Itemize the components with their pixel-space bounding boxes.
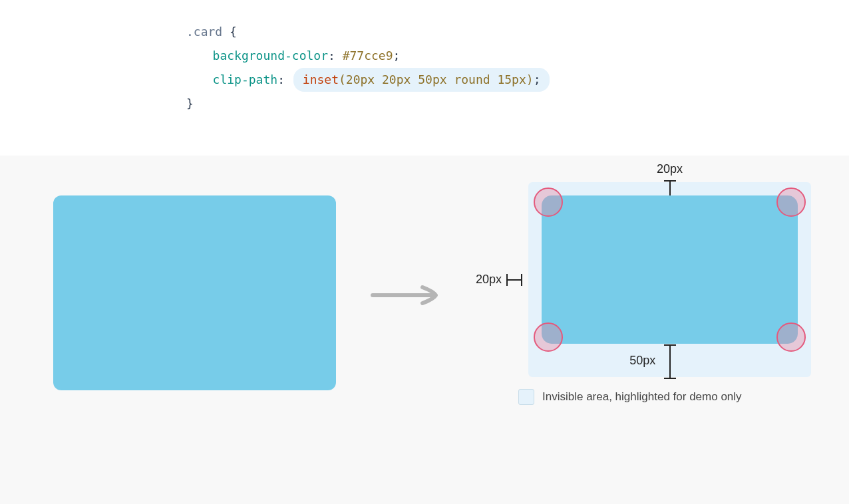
code-line-bg: background-color: #77cce9; bbox=[186, 44, 849, 68]
css-function-args: (20px 20px 50px round 15px) bbox=[339, 72, 534, 86]
inset-top-label: 20px bbox=[528, 162, 811, 176]
inset-bottom-label: 50px bbox=[528, 354, 655, 368]
legend-text: Invisible area, highlighted for demo onl… bbox=[542, 390, 742, 404]
demo-area: 20px 20px 50px bbox=[0, 156, 849, 504]
annotated-result: 20px 20px 50px bbox=[476, 182, 811, 405]
brace-open: { bbox=[222, 25, 237, 39]
css-property: clip-path bbox=[213, 72, 278, 86]
code-line-close: } bbox=[186, 92, 849, 116]
card-after-clip-outer: 20px 50px bbox=[528, 182, 811, 377]
corner-radius-indicator bbox=[776, 188, 806, 217]
corner-radius-indicator bbox=[776, 322, 806, 352]
corner-radius-indicator bbox=[534, 188, 563, 217]
legend: Invisible area, highlighted for demo onl… bbox=[518, 389, 811, 405]
inset-left-label: 20px bbox=[476, 273, 502, 287]
css-function: inset bbox=[303, 72, 339, 86]
css-property: background-color bbox=[213, 49, 328, 63]
arrow-icon bbox=[369, 282, 442, 309]
v-bracket-icon bbox=[663, 344, 677, 380]
brace-close: } bbox=[186, 96, 194, 110]
h-bracket-icon bbox=[506, 273, 523, 287]
css-value: #77cce9 bbox=[343, 49, 393, 63]
legend-swatch bbox=[518, 389, 534, 405]
highlighted-value: inset(20px 20px 50px round 15px); bbox=[293, 68, 550, 92]
card-before-clip bbox=[53, 195, 336, 390]
code-line-selector: .card { bbox=[186, 20, 849, 44]
card-after-clip-inner bbox=[542, 195, 798, 344]
css-selector: .card bbox=[186, 25, 222, 39]
css-code-block: .card { background-color: #77cce9; clip-… bbox=[0, 0, 849, 156]
corner-radius-indicator bbox=[534, 322, 563, 352]
code-line-clip: clip-path: inset(20px 20px 50px round 15… bbox=[186, 68, 849, 92]
left-dimension-annotation: 20px bbox=[476, 182, 523, 377]
